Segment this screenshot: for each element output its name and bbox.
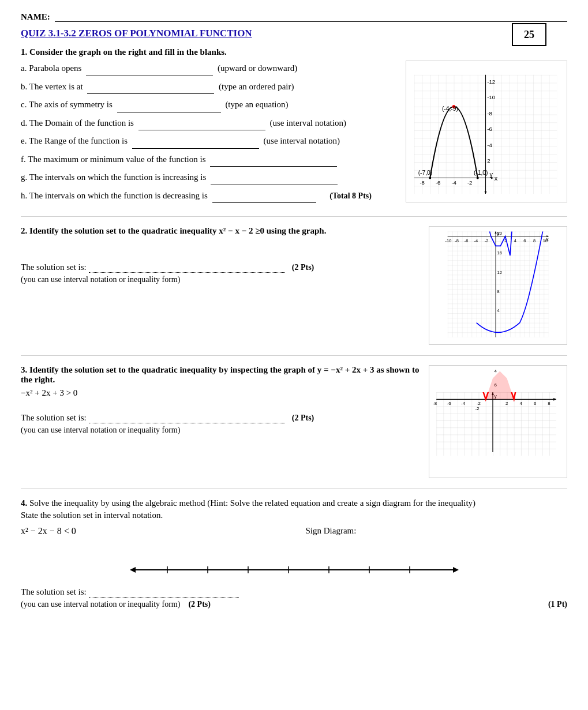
q1g-label: g. The intervals on which the function i… xyxy=(21,172,206,182)
q1-part-a: a. Parabola opens (upward or downward) xyxy=(21,61,396,76)
q4-layout: x² − 2x − 8 < 0 Sign Diagram: xyxy=(21,526,567,541)
q4-solution-label: The solution set is: xyxy=(21,587,87,597)
svg-text:2: 2 xyxy=(487,157,490,164)
q2-left: 2. Identify the solution set to the quad… xyxy=(21,226,420,284)
q1e-hint: (use interval notation) xyxy=(264,136,340,145)
q1c-blank[interactable] xyxy=(117,97,221,112)
q4-pts-bottom: (2 Pts) xyxy=(188,600,211,608)
q1f-label: f. The maximum or minimum value of the f… xyxy=(21,155,206,164)
q1e-blank[interactable] xyxy=(132,133,259,149)
name-input-line[interactable] xyxy=(55,12,567,22)
svg-text:16: 16 xyxy=(497,250,502,256)
q4-bottom: The solution set is: (you can use interv… xyxy=(21,587,567,609)
q1-part-e: e. The Range of the function is (use int… xyxy=(21,133,396,149)
q2-graph: y x 20 16 12 8 4 -10 -8 -6 -4 -2 2 4 6 xyxy=(429,226,567,345)
svg-marker-68 xyxy=(453,567,459,573)
q3-solution-label: The solution set is: xyxy=(21,413,87,423)
q3-note: (you can use interval notation or inequa… xyxy=(21,426,420,435)
q3-pts: (2 Pts) xyxy=(292,414,314,423)
svg-text:-6: -6 xyxy=(487,126,492,132)
svg-text:y: y xyxy=(489,171,493,178)
q2-pts: (2 Pts) xyxy=(292,263,314,272)
q2-dots[interactable] xyxy=(89,262,285,273)
q1-part-c: c. The axis of symmetry is (type an equa… xyxy=(21,97,396,112)
sign-diagram-label: Sign Diagram: xyxy=(306,526,568,536)
svg-text:-8: -8 xyxy=(420,179,425,186)
svg-text:-6: -6 xyxy=(465,238,469,243)
q1a-blank[interactable] xyxy=(86,61,213,76)
svg-text:4: 4 xyxy=(497,308,500,313)
q1e-label: e. The Range of the function is xyxy=(21,136,128,145)
svg-text:2: 2 xyxy=(505,401,508,406)
question-2: 2. Identify the solution set to the quad… xyxy=(21,226,567,345)
question-4: 4. Solve the inequality by using the alg… xyxy=(21,498,567,609)
svg-text:-8: -8 xyxy=(433,401,437,406)
svg-text:-10: -10 xyxy=(445,238,452,243)
q1h-blank[interactable] xyxy=(212,188,316,204)
svg-text:-2: -2 xyxy=(467,179,473,186)
q2-graph-svg: y x 20 16 12 8 4 -10 -8 -6 -4 -2 2 4 6 xyxy=(429,227,562,342)
quiz-title: QUIZ 3.1-3.2 ZEROS OF POLYNOMIAL FUNCTIO… xyxy=(21,28,567,39)
name-row: NAME: xyxy=(21,12,567,22)
name-label: NAME: xyxy=(21,12,50,22)
q3-dots[interactable] xyxy=(89,413,285,423)
svg-rect-47 xyxy=(436,392,556,456)
svg-text:-4: -4 xyxy=(461,401,466,406)
q1f-blank[interactable] xyxy=(210,152,337,167)
q1-parts: a. Parabola opens (upward or downward) b… xyxy=(21,61,396,206)
q1h-label: h. The intervals on which the function i… xyxy=(21,191,208,200)
q2-solution-row: The solution set is: (2 Pts) xyxy=(21,262,420,273)
svg-point-19 xyxy=(477,176,479,179)
q2-note: (you can use interval notation or inequa… xyxy=(21,275,420,284)
q4-dots[interactable] xyxy=(89,587,239,598)
svg-text:-6: -6 xyxy=(447,401,452,406)
q1d-hint: (use interval notation) xyxy=(269,118,346,127)
q1g-blank[interactable] xyxy=(211,170,338,185)
svg-text:-2: -2 xyxy=(475,406,480,411)
q1-total-pts: (Total 8 Pts) xyxy=(329,191,372,200)
q1c-hint: (type an equation) xyxy=(225,100,288,109)
q4-right: Sign Diagram: xyxy=(306,526,568,540)
q2-header: 2. Identify the solution set to the quad… xyxy=(21,226,420,236)
q4-subheader: State the solution set in interval notat… xyxy=(21,510,567,520)
svg-text:6: 6 xyxy=(523,238,526,243)
q3-header: 3. Identify the solution set to the quad… xyxy=(21,365,420,385)
q1d-label: d. The Domain of the function is xyxy=(21,118,134,127)
score-box: 25 xyxy=(512,23,546,46)
svg-rect-23 xyxy=(448,231,549,337)
q2-solution-label: The solution set is: xyxy=(21,262,87,272)
q4-left: x² − 2x − 8 < 0 xyxy=(21,526,283,541)
svg-text:(-1,0): (-1,0) xyxy=(474,170,488,176)
question-3: 3. Identify the solution set to the quad… xyxy=(21,365,567,478)
question-1: 1. Consider the graph on the right and f… xyxy=(21,47,567,206)
q1a-label: a. Parabola opens xyxy=(21,63,81,73)
q4-solution-row: The solution set is: xyxy=(21,587,567,598)
q1b-hint: (type an ordered pair) xyxy=(219,82,294,91)
q1-graph: y x -8 -6 -4 -2 2 -4 -6 -8 -10 -12 xyxy=(406,61,567,202)
q4-pts-right: (1 Pt) xyxy=(548,600,567,609)
q1a-hint: (upward or downward) xyxy=(218,63,297,73)
svg-text:x: x xyxy=(495,175,498,182)
svg-text:8: 8 xyxy=(533,238,535,243)
number-line-svg xyxy=(121,558,467,581)
q1-part-b: b. The vertex is at (type an ordered pai… xyxy=(21,79,396,95)
q3-graph: y x 6 4 2 -8 -6 -4 -2 2 4 6 8 xyxy=(429,365,567,478)
svg-text:10: 10 xyxy=(543,238,548,243)
q1b-label: b. The vertex is at xyxy=(21,82,83,91)
svg-point-17 xyxy=(429,176,431,179)
q1-part-f: f. The maximum or minimum value of the f… xyxy=(21,152,396,167)
svg-text:-8: -8 xyxy=(455,238,459,243)
svg-text:-6: -6 xyxy=(436,179,441,186)
svg-text:4: 4 xyxy=(514,238,516,243)
svg-text:-4: -4 xyxy=(474,238,478,243)
q1-graph-svg: y x -8 -6 -4 -2 2 -4 -6 -8 -10 -12 xyxy=(406,61,565,200)
svg-text:-10: -10 xyxy=(487,94,495,100)
q1d-blank[interactable] xyxy=(138,115,265,131)
q1b-blank[interactable] xyxy=(87,79,214,95)
q1c-label: c. The axis of symmetry is xyxy=(21,100,113,109)
number-line-container xyxy=(21,558,567,581)
svg-text:8: 8 xyxy=(548,401,550,406)
q3-left: 3. Identify the solution set to the quad… xyxy=(21,365,420,435)
svg-text:4: 4 xyxy=(494,369,497,374)
svg-text:4: 4 xyxy=(519,401,522,406)
